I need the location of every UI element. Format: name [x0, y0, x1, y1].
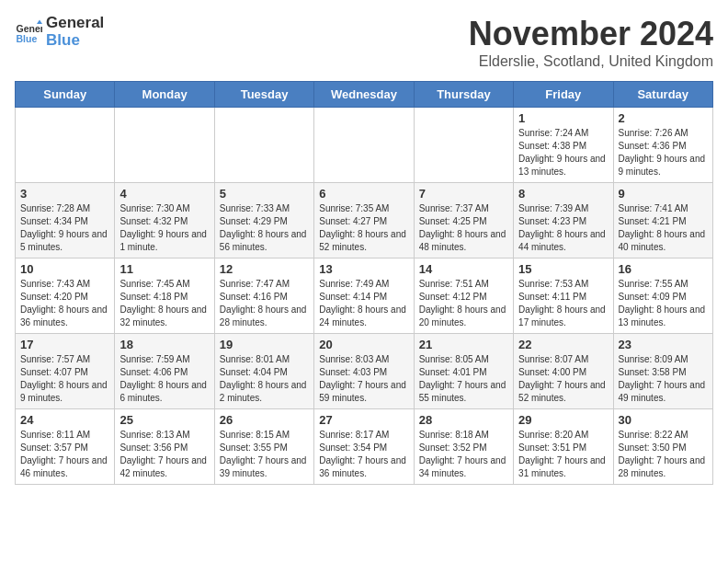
calendar-table: SundayMondayTuesdayWednesdayThursdayFrid… — [15, 81, 713, 485]
day-number: 19 — [220, 338, 309, 351]
day-info: Sunrise: 7:26 AM Sunset: 4:36 PM Dayligh… — [619, 127, 708, 178]
header-thursday: Thursday — [414, 82, 513, 108]
cell-2-6: 16Sunrise: 7:55 AM Sunset: 4:09 PM Dayli… — [613, 259, 712, 334]
cell-4-5: 29Sunrise: 8:20 AM Sunset: 3:51 PM Dayli… — [514, 409, 613, 485]
header: General Blue General Blue November 2024 … — [15, 15, 713, 70]
day-info: Sunrise: 8:11 AM Sunset: 3:57 PM Dayligh… — [20, 429, 109, 480]
day-info: Sunrise: 7:39 AM Sunset: 4:23 PM Dayligh… — [518, 202, 608, 254]
logo-blue: Blue — [46, 32, 104, 50]
day-number: 13 — [319, 262, 408, 276]
week-row-4: 24Sunrise: 8:11 AM Sunset: 3:57 PM Dayli… — [16, 409, 713, 485]
day-number: 3 — [20, 187, 109, 201]
day-info: Sunrise: 8:13 AM Sunset: 3:56 PM Dayligh… — [119, 429, 209, 480]
day-info: Sunrise: 7:59 AM Sunset: 4:06 PM Dayligh… — [119, 353, 209, 405]
day-number: 23 — [619, 338, 708, 351]
cell-0-5: 1Sunrise: 7:24 AM Sunset: 4:38 PM Daylig… — [514, 108, 613, 183]
header-monday: Monday — [115, 82, 214, 108]
cell-4-6: 30Sunrise: 8:22 AM Sunset: 3:50 PM Dayli… — [613, 409, 712, 485]
cell-0-1 — [115, 108, 214, 183]
header-saturday: Saturday — [613, 82, 712, 108]
header-friday: Friday — [514, 82, 613, 108]
cell-4-0: 24Sunrise: 8:11 AM Sunset: 3:57 PM Dayli… — [16, 409, 115, 485]
day-number: 27 — [319, 413, 408, 427]
day-number: 8 — [518, 187, 608, 201]
cell-3-2: 19Sunrise: 8:01 AM Sunset: 4:04 PM Dayli… — [214, 334, 313, 409]
day-number: 25 — [119, 413, 209, 427]
day-number: 22 — [518, 338, 608, 351]
cell-2-2: 12Sunrise: 7:47 AM Sunset: 4:16 PM Dayli… — [214, 259, 313, 334]
cell-2-5: 15Sunrise: 7:53 AM Sunset: 4:11 PM Dayli… — [514, 259, 613, 334]
day-info: Sunrise: 8:22 AM Sunset: 3:50 PM Dayligh… — [619, 429, 708, 480]
day-info: Sunrise: 7:45 AM Sunset: 4:18 PM Dayligh… — [119, 278, 209, 329]
day-number: 30 — [619, 413, 708, 427]
cell-4-2: 26Sunrise: 8:15 AM Sunset: 3:55 PM Dayli… — [214, 409, 313, 485]
cell-0-6: 2Sunrise: 7:26 AM Sunset: 4:36 PM Daylig… — [613, 108, 712, 183]
day-info: Sunrise: 8:03 AM Sunset: 4:03 PM Dayligh… — [319, 353, 408, 405]
cell-3-3: 20Sunrise: 8:03 AM Sunset: 4:03 PM Dayli… — [314, 334, 414, 409]
cell-1-2: 5Sunrise: 7:33 AM Sunset: 4:29 PM Daylig… — [214, 183, 313, 259]
day-info: Sunrise: 7:24 AM Sunset: 4:38 PM Dayligh… — [518, 127, 608, 178]
day-info: Sunrise: 7:49 AM Sunset: 4:14 PM Dayligh… — [319, 278, 408, 329]
day-number: 18 — [119, 338, 209, 351]
cell-3-4: 21Sunrise: 8:05 AM Sunset: 4:01 PM Dayli… — [414, 334, 513, 409]
day-number: 10 — [20, 262, 109, 276]
week-row-3: 17Sunrise: 7:57 AM Sunset: 4:07 PM Dayli… — [16, 334, 713, 409]
day-info: Sunrise: 8:15 AM Sunset: 3:55 PM Dayligh… — [220, 429, 309, 480]
day-number: 7 — [419, 187, 508, 201]
day-number: 1 — [518, 111, 608, 125]
day-number: 11 — [119, 262, 209, 276]
day-number: 26 — [220, 413, 309, 427]
day-info: Sunrise: 7:37 AM Sunset: 4:25 PM Dayligh… — [419, 202, 508, 254]
day-info: Sunrise: 7:41 AM Sunset: 4:21 PM Dayligh… — [619, 202, 708, 254]
day-info: Sunrise: 8:07 AM Sunset: 4:00 PM Dayligh… — [518, 353, 608, 405]
header-tuesday: Tuesday — [214, 82, 313, 108]
day-number: 5 — [220, 187, 309, 201]
cell-2-1: 11Sunrise: 7:45 AM Sunset: 4:18 PM Dayli… — [115, 259, 214, 334]
day-number: 12 — [220, 262, 309, 276]
cell-1-6: 9Sunrise: 7:41 AM Sunset: 4:21 PM Daylig… — [613, 183, 712, 259]
day-number: 15 — [518, 262, 608, 276]
cell-3-5: 22Sunrise: 8:07 AM Sunset: 4:00 PM Dayli… — [514, 334, 613, 409]
day-info: Sunrise: 8:09 AM Sunset: 3:58 PM Dayligh… — [619, 353, 708, 405]
svg-text:Blue: Blue — [17, 32, 38, 43]
day-info: Sunrise: 7:35 AM Sunset: 4:27 PM Dayligh… — [319, 202, 408, 254]
day-number: 24 — [20, 413, 109, 427]
day-info: Sunrise: 7:47 AM Sunset: 4:16 PM Dayligh… — [220, 278, 309, 329]
cell-1-3: 6Sunrise: 7:35 AM Sunset: 4:27 PM Daylig… — [314, 183, 414, 259]
logo-icon: General Blue — [15, 18, 42, 46]
logo-general: General — [46, 15, 104, 32]
cell-4-4: 28Sunrise: 8:18 AM Sunset: 3:52 PM Dayli… — [414, 409, 513, 485]
cell-1-4: 7Sunrise: 7:37 AM Sunset: 4:25 PM Daylig… — [414, 183, 513, 259]
day-info: Sunrise: 8:01 AM Sunset: 4:04 PM Dayligh… — [220, 353, 309, 405]
logo: General Blue General Blue — [15, 15, 104, 49]
title-area: November 2024 Elderslie, Scotland, Unite… — [469, 15, 713, 70]
day-info: Sunrise: 7:30 AM Sunset: 4:32 PM Dayligh… — [119, 202, 209, 254]
day-number: 20 — [319, 338, 408, 351]
day-info: Sunrise: 7:28 AM Sunset: 4:34 PM Dayligh… — [20, 202, 109, 254]
svg-marker-2 — [37, 19, 42, 24]
cell-0-3 — [314, 108, 414, 183]
day-info: Sunrise: 8:20 AM Sunset: 3:51 PM Dayligh… — [518, 429, 608, 480]
day-info: Sunrise: 7:57 AM Sunset: 4:07 PM Dayligh… — [20, 353, 109, 405]
cell-1-5: 8Sunrise: 7:39 AM Sunset: 4:23 PM Daylig… — [514, 183, 613, 259]
day-number: 16 — [619, 262, 708, 276]
cell-2-0: 10Sunrise: 7:43 AM Sunset: 4:20 PM Dayli… — [16, 259, 115, 334]
day-info: Sunrise: 7:43 AM Sunset: 4:20 PM Dayligh… — [20, 278, 109, 329]
week-row-0: 1Sunrise: 7:24 AM Sunset: 4:38 PM Daylig… — [16, 108, 713, 183]
day-number: 6 — [319, 187, 408, 201]
day-info: Sunrise: 7:55 AM Sunset: 4:09 PM Dayligh… — [619, 278, 708, 329]
header-sunday: Sunday — [16, 82, 115, 108]
day-info: Sunrise: 7:53 AM Sunset: 4:11 PM Dayligh… — [518, 278, 608, 329]
cell-4-1: 25Sunrise: 8:13 AM Sunset: 3:56 PM Dayli… — [115, 409, 214, 485]
day-info: Sunrise: 8:18 AM Sunset: 3:52 PM Dayligh… — [419, 429, 508, 480]
day-info: Sunrise: 7:33 AM Sunset: 4:29 PM Dayligh… — [220, 202, 309, 254]
cell-2-3: 13Sunrise: 7:49 AM Sunset: 4:14 PM Dayli… — [314, 259, 414, 334]
cell-3-1: 18Sunrise: 7:59 AM Sunset: 4:06 PM Dayli… — [115, 334, 214, 409]
cell-0-4 — [414, 108, 513, 183]
day-number: 14 — [419, 262, 508, 276]
calendar-header-row: SundayMondayTuesdayWednesdayThursdayFrid… — [16, 82, 713, 108]
cell-3-0: 17Sunrise: 7:57 AM Sunset: 4:07 PM Dayli… — [16, 334, 115, 409]
day-info: Sunrise: 8:17 AM Sunset: 3:54 PM Dayligh… — [319, 429, 408, 480]
day-number: 4 — [119, 187, 209, 201]
cell-3-6: 23Sunrise: 8:09 AM Sunset: 3:58 PM Dayli… — [613, 334, 712, 409]
